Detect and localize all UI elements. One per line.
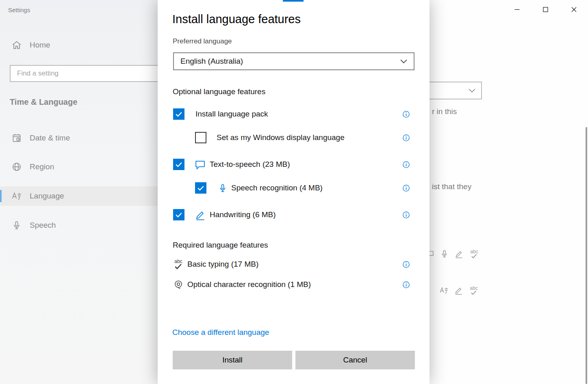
speech-recognition-checkbox[interactable] bbox=[195, 182, 206, 194]
info-icon[interactable] bbox=[402, 184, 410, 192]
window-controls bbox=[503, 0, 588, 20]
chevron-down-icon bbox=[400, 59, 407, 63]
option-row-install-language-pack: Install language pack bbox=[173, 108, 268, 121]
required-row-ocr: Optical character recognition (1 MB) bbox=[173, 278, 311, 291]
required-label: Basic typing (17 MB) bbox=[187, 260, 258, 269]
info-icon[interactable] bbox=[402, 261, 410, 268]
option-row-display-language: Set as my Windows display language bbox=[195, 131, 345, 144]
dialog-accent-tab bbox=[283, 0, 304, 2]
handwriting-icon bbox=[194, 209, 206, 221]
info-icon[interactable] bbox=[402, 211, 410, 219]
install-language-pack-checkbox[interactable] bbox=[173, 108, 184, 120]
required-label: Optical character recognition (1 MB) bbox=[187, 280, 311, 289]
basic-typing-icon: abc bbox=[173, 259, 184, 270]
handwriting-checkbox[interactable] bbox=[173, 209, 184, 220]
selected-language-value: English (Australia) bbox=[180, 57, 243, 66]
option-label: Install language pack bbox=[195, 110, 268, 119]
scrollbar[interactable] bbox=[586, 127, 587, 384]
required-section-title: Required language features bbox=[173, 241, 268, 250]
checkmark-icon bbox=[174, 210, 184, 220]
minimize-button[interactable] bbox=[503, 0, 531, 20]
required-row-basic-typing: abc Basic typing (17 MB) bbox=[173, 258, 258, 271]
option-label: Handwriting (6 MB) bbox=[210, 210, 276, 219]
info-icon[interactable] bbox=[402, 110, 410, 118]
ocr-icon bbox=[173, 279, 184, 290]
dialog-title: Install language features bbox=[172, 13, 301, 26]
text-to-speech-icon bbox=[194, 159, 206, 170]
choose-different-language-link[interactable]: Choose a different language bbox=[172, 328, 269, 337]
maximize-icon bbox=[542, 6, 549, 14]
preferred-language-label: Preferred language bbox=[173, 37, 232, 45]
option-row-text-to-speech: Text-to-speech (23 MB) bbox=[173, 158, 290, 171]
close-button[interactable] bbox=[560, 0, 588, 20]
option-label: Text-to-speech (23 MB) bbox=[210, 160, 290, 169]
option-label: Speech recognition (4 MB) bbox=[231, 183, 323, 192]
maximize-button[interactable] bbox=[531, 0, 560, 20]
cancel-button[interactable]: Cancel bbox=[295, 351, 415, 369]
settings-window: Settings Home Time & Language Date & tim bbox=[0, 0, 588, 384]
display-language-checkbox[interactable] bbox=[195, 132, 206, 143]
info-icon[interactable] bbox=[402, 134, 410, 142]
checkmark-icon bbox=[196, 183, 206, 193]
close-icon bbox=[571, 6, 577, 14]
optional-section-title: Optional language features bbox=[173, 87, 265, 96]
info-icon[interactable] bbox=[402, 161, 410, 168]
checkmark-icon bbox=[174, 160, 184, 169]
option-row-speech-recognition: Speech recognition (4 MB) bbox=[195, 181, 323, 194]
install-button[interactable]: Install bbox=[173, 351, 292, 369]
preferred-language-select[interactable]: English (Australia) bbox=[173, 52, 414, 70]
option-label: Set as my Windows display language bbox=[217, 133, 345, 142]
microphone-icon bbox=[218, 182, 228, 194]
option-row-handwriting: Handwriting (6 MB) bbox=[173, 208, 276, 221]
checkmark-icon bbox=[174, 109, 184, 119]
text-to-speech-checkbox[interactable] bbox=[173, 159, 184, 170]
info-icon[interactable] bbox=[402, 281, 410, 289]
minimize-icon bbox=[514, 6, 520, 14]
install-language-features-dialog: Install language features Preferred lang… bbox=[158, 0, 430, 384]
